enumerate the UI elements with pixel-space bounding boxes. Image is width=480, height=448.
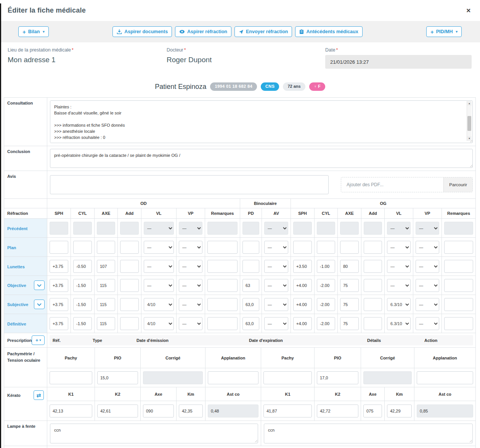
od-add-input[interactable] bbox=[120, 298, 139, 311]
pd-input[interactable] bbox=[242, 279, 259, 292]
od-vl-select[interactable]: — bbox=[144, 260, 174, 273]
od-vl-select[interactable]: 4/10 bbox=[144, 317, 174, 330]
og-axe-input[interactable] bbox=[340, 298, 359, 311]
od-remarques-input[interactable] bbox=[207, 317, 238, 330]
od-vp-select[interactable]: — bbox=[179, 241, 202, 254]
axe-od-input[interactable] bbox=[143, 404, 174, 417]
od-add-input[interactable] bbox=[120, 260, 139, 273]
og-remarques-input[interactable] bbox=[444, 317, 473, 330]
pid-mh-button[interactable]: + PID/MH ▾ bbox=[426, 26, 462, 37]
od-remarques-input[interactable] bbox=[207, 241, 238, 254]
og-sph-input[interactable] bbox=[293, 222, 312, 235]
og-vl-select[interactable]: — bbox=[387, 260, 411, 273]
antecedents-medicaux-button[interactable]: Antécédents médicaux bbox=[295, 26, 362, 37]
od-cyl-input[interactable] bbox=[73, 279, 92, 292]
og-axe-input[interactable] bbox=[340, 279, 359, 292]
og-axe-input[interactable] bbox=[340, 317, 359, 330]
km-od-input[interactable] bbox=[179, 404, 203, 417]
od-axe-input[interactable] bbox=[97, 317, 115, 330]
og-sph-input[interactable] bbox=[293, 260, 312, 273]
od-sph-input[interactable] bbox=[50, 279, 68, 292]
od-cyl-input[interactable] bbox=[73, 298, 92, 311]
od-vl-select[interactable]: — bbox=[144, 279, 174, 292]
od-remarques-input[interactable] bbox=[207, 279, 238, 292]
od-cyl-input[interactable] bbox=[73, 222, 92, 235]
og-cyl-input[interactable] bbox=[317, 298, 335, 311]
og-vl-select[interactable]: 6.3/10 bbox=[387, 298, 411, 311]
pd-input[interactable] bbox=[242, 222, 259, 235]
od-add-input[interactable] bbox=[120, 222, 139, 235]
og-add-input[interactable] bbox=[364, 298, 382, 311]
od-vp-select[interactable]: — bbox=[179, 298, 202, 311]
og-vp-select[interactable]: — bbox=[416, 317, 439, 330]
bilan-button[interactable]: + Bilan ▾ bbox=[18, 26, 49, 37]
od-sph-input[interactable] bbox=[50, 241, 68, 254]
od-vp-select[interactable]: — bbox=[179, 279, 202, 292]
pd-input[interactable] bbox=[242, 260, 259, 273]
od-vp-select[interactable]: — bbox=[179, 222, 202, 235]
browse-button[interactable]: Parcourir bbox=[443, 177, 472, 192]
scrollbar-track[interactable] bbox=[467, 106, 472, 136]
od-add-input[interactable] bbox=[120, 317, 139, 330]
envoyer-refraction-button[interactable]: Envoyer réfraction bbox=[234, 26, 292, 37]
av-select[interactable]: — bbox=[264, 222, 288, 235]
expand-subjective-button[interactable] bbox=[34, 300, 45, 309]
og-vp-select[interactable]: — bbox=[416, 298, 439, 311]
od-axe-input[interactable] bbox=[97, 222, 115, 235]
k2-og-input[interactable] bbox=[317, 404, 358, 417]
og-vl-select[interactable]: — bbox=[387, 222, 411, 235]
pdf-upload-box[interactable]: Ajouter des PDF... Parcourir bbox=[341, 177, 473, 192]
og-vl-select[interactable]: — bbox=[387, 279, 411, 292]
og-sph-input[interactable] bbox=[293, 317, 312, 330]
lampe-og-textarea[interactable]: ccn bbox=[264, 424, 473, 443]
od-vl-select[interactable]: — bbox=[144, 241, 174, 254]
og-cyl-input[interactable] bbox=[317, 222, 335, 235]
og-vp-select[interactable]: — bbox=[416, 222, 439, 235]
od-add-input[interactable] bbox=[120, 241, 139, 254]
axe-og-input[interactable] bbox=[363, 404, 382, 417]
avis-textarea[interactable] bbox=[50, 175, 329, 194]
close-icon[interactable]: ✕ bbox=[466, 7, 471, 14]
scroll-up-arrow-icon[interactable]: ▲ bbox=[467, 101, 472, 106]
og-add-input[interactable] bbox=[364, 260, 382, 273]
og-vp-select[interactable]: — bbox=[416, 279, 439, 292]
lampe-od-textarea[interactable]: ccn bbox=[50, 424, 258, 443]
consultation-textarea[interactable]: Plaintes : Baisse d'acuité visuelle, gên… bbox=[50, 100, 473, 143]
og-cyl-input[interactable] bbox=[317, 241, 335, 254]
od-axe-input[interactable] bbox=[97, 298, 115, 311]
od-vp-select[interactable]: — bbox=[179, 317, 202, 330]
og-sph-input[interactable] bbox=[293, 241, 312, 254]
consultation-scrollbar[interactable]: ▲ ▼ bbox=[467, 101, 472, 141]
od-add-input[interactable] bbox=[120, 279, 139, 292]
pd-input[interactable] bbox=[242, 298, 259, 311]
expand-objective-button[interactable] bbox=[34, 280, 45, 290]
og-vp-select[interactable]: — bbox=[416, 260, 439, 273]
od-cyl-input[interactable] bbox=[73, 260, 92, 273]
od-vl-select[interactable]: — bbox=[144, 222, 174, 235]
od-sph-input[interactable] bbox=[50, 260, 68, 273]
og-add-input[interactable] bbox=[364, 317, 382, 330]
pachy-og-input[interactable] bbox=[263, 371, 312, 384]
og-axe-input[interactable] bbox=[340, 241, 359, 254]
od-remarques-input[interactable] bbox=[207, 298, 238, 311]
od-sph-input[interactable] bbox=[50, 222, 68, 235]
og-sph-input[interactable] bbox=[293, 279, 312, 292]
k1-og-input[interactable] bbox=[263, 404, 312, 417]
og-sph-input[interactable] bbox=[293, 298, 312, 311]
pachy-od-input[interactable] bbox=[50, 371, 92, 384]
og-add-input[interactable] bbox=[364, 222, 382, 235]
conclusion-textarea[interactable]: pré-opératoire chirurgie de la cataracte… bbox=[50, 149, 473, 168]
og-add-input[interactable] bbox=[364, 241, 382, 254]
od-cyl-input[interactable] bbox=[73, 241, 92, 254]
od-axe-input[interactable] bbox=[97, 279, 115, 292]
og-cyl-input[interactable] bbox=[317, 317, 335, 330]
scroll-down-arrow-icon[interactable]: ▼ bbox=[467, 136, 472, 141]
km-og-input[interactable] bbox=[387, 404, 412, 417]
og-vp-select[interactable]: — bbox=[416, 241, 439, 254]
od-cyl-input[interactable] bbox=[73, 317, 92, 330]
og-vl-select[interactable]: 6.3/10 bbox=[387, 317, 411, 330]
pd-input[interactable] bbox=[242, 241, 259, 254]
k1-od-input[interactable] bbox=[50, 404, 92, 417]
add-prescription-button[interactable]: + ▾ bbox=[32, 335, 45, 345]
od-sph-input[interactable] bbox=[50, 298, 68, 311]
